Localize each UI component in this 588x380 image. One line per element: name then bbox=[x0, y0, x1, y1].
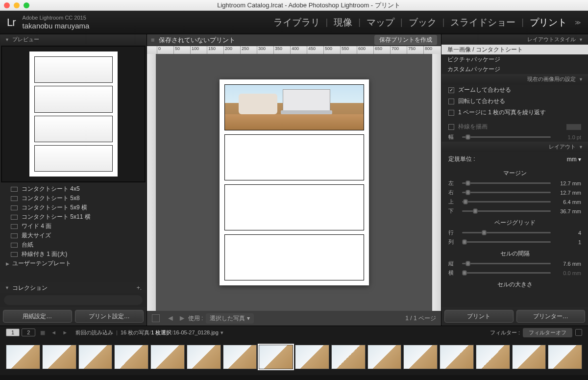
style-picture-package[interactable]: ピクチャパッケージ bbox=[441, 54, 588, 64]
window-titlebar: Lightroom Catalog.lrcat - Adobe Photosho… bbox=[0, 0, 588, 11]
ruler-units-select[interactable]: 定規単位 : mm ▾ bbox=[441, 152, 588, 166]
print-cell[interactable] bbox=[224, 184, 364, 230]
rows-slider[interactable]: 行4 bbox=[441, 228, 588, 237]
module-4[interactable]: スライドショー bbox=[444, 16, 521, 29]
collections-filter-input[interactable] bbox=[4, 295, 143, 305]
template-item[interactable]: コンタクトシート 4x5 bbox=[0, 184, 147, 194]
filmstrip-thumb[interactable] bbox=[114, 345, 148, 369]
module-2[interactable]: マップ bbox=[361, 16, 400, 29]
hspacing-slider[interactable]: 横0.0 mm bbox=[441, 268, 588, 278]
screen-1-button[interactable]: 1 bbox=[6, 329, 20, 336]
filmstrip-thumb[interactable] bbox=[440, 345, 474, 369]
module-3[interactable]: ブック bbox=[403, 16, 442, 29]
zoom-icon[interactable] bbox=[24, 2, 29, 8]
layout-label: レイアウト bbox=[549, 143, 576, 151]
filmstrip-thumb[interactable] bbox=[78, 345, 113, 369]
template-item[interactable]: 枠線付き 1 面(大) bbox=[0, 250, 147, 259]
template-item[interactable]: 最大サイズ bbox=[0, 231, 147, 240]
template-item[interactable]: コンタクトシート 5x9 横 bbox=[0, 203, 147, 212]
filmstrip-thumb[interactable] bbox=[331, 345, 366, 369]
filmstrip-thumb[interactable] bbox=[295, 345, 329, 369]
drag-handle-icon[interactable]: ≡ bbox=[151, 36, 155, 44]
filmstrip-thumb[interactable] bbox=[476, 345, 510, 369]
template-item[interactable]: ワイド 4 面 bbox=[0, 222, 147, 231]
filmstrip-thumb[interactable] bbox=[403, 345, 438, 369]
filmstrip-thumbnails[interactable] bbox=[0, 339, 588, 375]
collections-header[interactable]: ▼ コレクション +. bbox=[0, 282, 147, 293]
module-1[interactable]: 現像 bbox=[328, 16, 358, 29]
filmstrip-thumb[interactable] bbox=[548, 345, 582, 369]
create-saved-print-button[interactable]: 保存プリントを作成 bbox=[374, 35, 437, 45]
next-page-icon[interactable]: ► bbox=[178, 314, 186, 323]
filmstrip-source[interactable]: 前回の読み込み bbox=[75, 329, 113, 336]
preview-slot bbox=[34, 145, 113, 172]
filmstrip-thumb[interactable] bbox=[42, 345, 76, 369]
close-icon[interactable] bbox=[4, 2, 10, 8]
selection-toggle[interactable] bbox=[152, 314, 160, 322]
use-photos-select[interactable]: 選択した写真 ▾ bbox=[206, 313, 253, 324]
grid-view-icon[interactable]: ▦ bbox=[40, 329, 45, 336]
margin-left-slider[interactable]: 左12.7 mm bbox=[441, 178, 588, 188]
add-collection-icon[interactable]: +. bbox=[137, 284, 142, 291]
print-cell[interactable] bbox=[224, 234, 364, 280]
style-single-contact[interactable]: 単一画像 / コンタクトシート bbox=[441, 45, 588, 54]
chevron-down-icon: ▼ bbox=[5, 285, 9, 290]
vspacing-slider[interactable]: 縦7.6 mm bbox=[441, 259, 588, 268]
prev-photo-icon[interactable]: ◄ bbox=[51, 329, 56, 335]
margin-bottom-slider[interactable]: 下36.7 mm bbox=[441, 206, 588, 216]
zoom-to-fill-checkbox[interactable]: ✓ズームして合わせる bbox=[441, 84, 588, 96]
filmstrip-thumb[interactable] bbox=[150, 345, 185, 369]
user-name: takanobu maruyama bbox=[23, 21, 90, 31]
module-5[interactable]: プリント bbox=[524, 16, 573, 29]
rotate-to-fit-checkbox[interactable]: 回転して合わせる bbox=[441, 96, 588, 107]
minimize-icon[interactable] bbox=[14, 2, 20, 8]
template-item[interactable]: コンタクトシート 5x11 横 bbox=[0, 212, 147, 222]
border-width-slider[interactable]: 幅1.0 pt bbox=[441, 132, 588, 142]
margin-right-slider[interactable]: 右12.7 mm bbox=[441, 188, 588, 197]
print-cell[interactable] bbox=[224, 134, 364, 180]
style-custom-package[interactable]: カスタムパッケージ bbox=[441, 64, 588, 74]
user-templates-folder[interactable]: ▶ユーザーテンプレート bbox=[0, 259, 147, 268]
chevron-right-icon[interactable]: ≫ bbox=[575, 19, 581, 26]
filmstrip-thumb[interactable] bbox=[223, 345, 257, 369]
preview-slot bbox=[34, 56, 113, 83]
print-cell[interactable] bbox=[224, 84, 364, 130]
cols-slider[interactable]: 列1 bbox=[441, 237, 588, 247]
filmstrip-thumb[interactable] bbox=[187, 345, 221, 369]
template-item[interactable]: コンタクトシート 5x8 bbox=[0, 194, 147, 203]
layout-style-header[interactable]: レイアウトスタイル ▼ bbox=[441, 34, 588, 45]
page-setup-button[interactable]: 用紙設定… bbox=[3, 310, 72, 323]
module-0[interactable]: ライブラリ bbox=[268, 16, 326, 29]
preview-panel-header[interactable]: ▼ プレビュー bbox=[0, 34, 147, 45]
print-settings-button[interactable]: プリント設定… bbox=[75, 310, 144, 323]
image-settings-header[interactable]: 現在の画像用の設定 ▼ bbox=[441, 74, 588, 84]
filmstrip-info: 1 2 ▦ ◄ ► 前回の読み込み | 16 枚の写真 / 1 枚選択 / 16… bbox=[0, 326, 588, 339]
filmstrip-thumb[interactable] bbox=[368, 345, 402, 369]
printer-button[interactable]: プリンター… bbox=[516, 310, 586, 323]
layout-header[interactable]: レイアウト ▼ bbox=[441, 142, 588, 152]
chevron-down-icon[interactable]: ▾ bbox=[220, 329, 223, 336]
print-page[interactable] bbox=[220, 79, 369, 285]
preview-slot bbox=[34, 116, 113, 142]
right-footer: プリント プリンター… bbox=[441, 307, 588, 326]
template-icon bbox=[11, 187, 18, 192]
filter-lock-icon[interactable] bbox=[575, 329, 582, 336]
print-button[interactable]: プリント bbox=[444, 310, 514, 323]
identity-plate[interactable]: Adobe Lightroom CC 2015 takanobu maruyam… bbox=[23, 14, 90, 31]
margin-top-slider[interactable]: 上6.4 mm bbox=[441, 197, 588, 206]
chevron-down-icon: ▼ bbox=[5, 37, 9, 42]
left-footer: 用紙設定… プリント設定… bbox=[0, 307, 147, 326]
next-photo-icon[interactable]: ► bbox=[62, 329, 68, 335]
prev-page-icon[interactable]: ◄ bbox=[167, 314, 174, 323]
template-browser[interactable]: コンタクトシート 4x5コンタクトシート 5x8コンタクトシート 5x9 横コン… bbox=[0, 183, 147, 282]
screen-2-button[interactable]: 2 bbox=[22, 329, 35, 336]
print-canvas[interactable] bbox=[156, 54, 432, 311]
filmstrip-thumb[interactable] bbox=[6, 345, 40, 369]
app-version: Adobe Lightroom CC 2015 bbox=[23, 14, 90, 21]
filmstrip-thumb[interactable] bbox=[512, 345, 546, 369]
repeat-photo-checkbox[interactable]: 1 ページに 1 枚の写真を繰り返す bbox=[441, 107, 588, 118]
filmstrip-thumb[interactable] bbox=[259, 345, 293, 369]
template-item[interactable]: 台紙 bbox=[0, 240, 147, 250]
stroke-border-checkbox[interactable]: 枠線を描画 bbox=[441, 121, 588, 132]
filter-select[interactable]: フィルターオフ bbox=[523, 328, 572, 337]
